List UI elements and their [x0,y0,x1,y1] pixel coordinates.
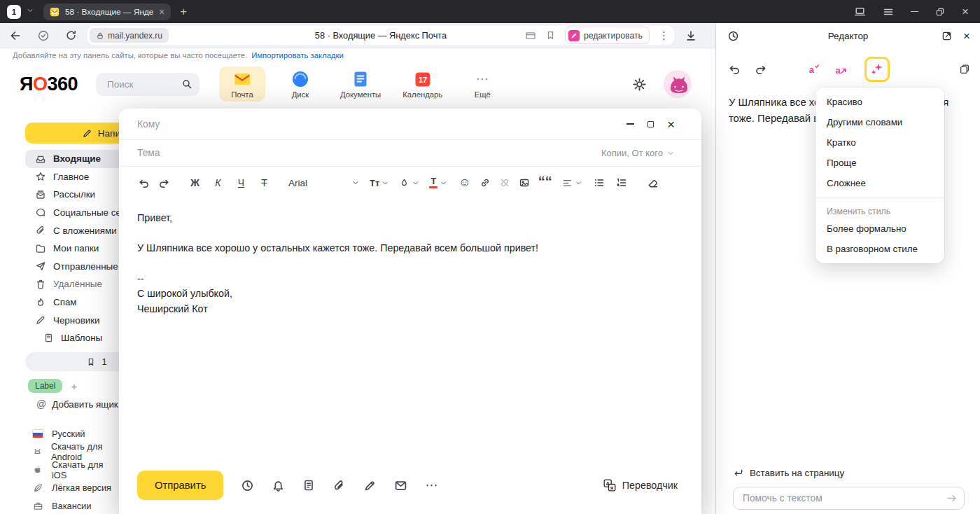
link-icon[interactable] [479,177,491,188]
redo-icon[interactable] [159,177,171,189]
magic-improve-button[interactable] [864,57,890,82]
menu-item-conversational[interactable]: В разговорном стиле [816,239,944,259]
ios-link[interactable]: Скачать для iOS [32,461,120,479]
address-overflow-icon[interactable]: ⋮ [659,29,669,42]
window-minimize-icon[interactable] [911,11,918,13]
window-close-icon[interactable]: × [962,6,969,18]
panel-redo-icon[interactable] [755,63,768,76]
card-icon[interactable] [525,30,536,41]
compose-subject-row[interactable]: Тема Копии, От кого [119,140,701,167]
bullet-list-icon[interactable] [594,177,605,188]
menu-item-shorter[interactable]: Кратко [816,132,944,153]
insert-to-page-button[interactable]: Вставить на страницу [733,468,965,478]
service-disk[interactable]: Диск [277,67,323,102]
settings-gear-icon[interactable] [632,77,647,92]
download-icon[interactable] [685,29,697,42]
reload-icon[interactable] [65,29,77,41]
spellcheck-icon[interactable]: а [807,63,820,76]
reminder-bell-icon[interactable] [272,479,285,492]
tab-group-chip[interactable]: 1 [7,5,21,19]
notes-icon[interactable] [302,479,315,492]
service-calendar[interactable]: 17 Календарь [398,67,447,102]
pen-icon[interactable] [363,479,377,492]
panel-close-icon[interactable]: × [963,30,970,42]
insert-image-icon[interactable] [519,177,530,188]
history-clock-icon[interactable] [727,30,739,42]
search-input[interactable] [106,78,173,90]
menu-item-other-words[interactable]: Другими словами [816,112,944,132]
font-size-select[interactable]: Tт [370,178,389,188]
compose-close-icon[interactable]: × [667,118,675,131]
numbered-list-icon[interactable] [616,177,627,188]
add-label-icon[interactable]: + [71,380,77,392]
align-select[interactable] [562,178,582,188]
tab-list-chevron-icon[interactable] [26,6,34,17]
edit-mode-button[interactable]: редактировать [565,27,650,44]
send-button[interactable]: Отправить [137,471,223,500]
message-body-editor[interactable]: Привет, У Шляпника все хорошо у остальны… [119,199,701,457]
active-tab[interactable]: 58 · Входящие — Яндекс Почта × [43,4,171,20]
text-color-select[interactable]: Т [429,178,447,188]
open-in-window-icon[interactable] [941,31,952,41]
devices-icon[interactable] [854,6,866,18]
android-icon [32,447,43,457]
menu-item-more-complex[interactable]: Сложнее [816,173,944,193]
submit-arrow-icon[interactable] [946,492,958,504]
new-tab-button[interactable]: + [180,5,187,19]
compose-to-row[interactable]: Кому × [119,109,701,140]
assistant-input[interactable] [733,487,965,510]
copy-pages-icon[interactable] [959,64,970,75]
unlink-icon[interactable] [499,177,510,188]
panel-toolbar: а а [716,55,980,83]
compose-minimize-icon[interactable] [626,123,634,125]
emoji-icon[interactable]: ☺ [458,176,470,190]
footer-link-label: Лёгкая версия [52,482,111,493]
schedule-clock-icon[interactable] [241,479,254,492]
envelope-icon[interactable] [394,479,407,492]
italic-button[interactable]: К [211,177,225,188]
rephrase-icon[interactable]: а [834,63,848,76]
more-actions-icon[interactable]: ⋯ [425,478,438,493]
cc-from-toggle[interactable]: Копии, От кого [601,148,675,158]
address-domain: mail.yandex.ru [108,31,162,41]
strikethrough-button[interactable]: Т [257,177,272,188]
label-tag[interactable]: Label [28,379,62,393]
translator-button[interactable]: А я Переводчик [603,479,678,492]
service-mail[interactable]: Почта [219,67,265,102]
bold-button[interactable]: Ж [188,177,202,188]
body-line: -- [137,272,683,286]
back-icon[interactable] [9,29,22,42]
menu-item-simpler[interactable]: Проще [816,153,944,173]
menu-item-more-formal[interactable]: Более формально [816,218,944,239]
light-version-link[interactable]: Лёгкая версия [32,479,120,497]
font-family-select[interactable]: Arial [288,178,360,188]
domain-chip[interactable]: mail.yandex.ru [90,28,169,43]
menu-item-beautiful[interactable]: Красиво [816,92,944,112]
attach-paperclip-icon[interactable] [332,479,346,492]
underline-button[interactable]: Ч [234,177,248,188]
search-icon[interactable] [181,78,192,90]
language-link[interactable]: Русский [32,425,120,443]
vacancies-link[interactable]: Вакансии [32,496,120,514]
eraser-icon[interactable] [647,177,659,189]
search-box[interactable] [96,73,200,96]
user-avatar[interactable] [664,70,692,98]
add-mailbox[interactable]: @ Добавить ящик [36,398,118,410]
import-bookmarks-link[interactable]: Импортировать закладки [251,51,344,60]
bookmark-icon[interactable] [545,30,556,41]
panel-undo-icon[interactable] [727,63,740,76]
window-restore-icon[interactable] [935,7,945,17]
undo-icon[interactable] [137,177,149,189]
yandex360-logo[interactable]: ЯО360 [20,74,78,95]
tab-close-icon[interactable]: × [159,6,164,18]
service-more[interactable]: ⋯ Ещё [459,67,505,102]
compose-expand-icon[interactable] [646,120,655,129]
address-bar[interactable]: mail.yandex.ru 58 · Входящие — Яндекс По… [88,26,674,45]
service-docs[interactable]: Документы [335,67,386,102]
quote-icon[interactable]: ““ [538,178,552,188]
fill-color-select[interactable] [399,178,419,188]
menu-icon[interactable] [883,6,894,18]
folder-label: Главное [53,172,89,182]
protect-icon[interactable] [37,29,50,42]
android-link[interactable]: Скачать для Android [32,443,120,461]
